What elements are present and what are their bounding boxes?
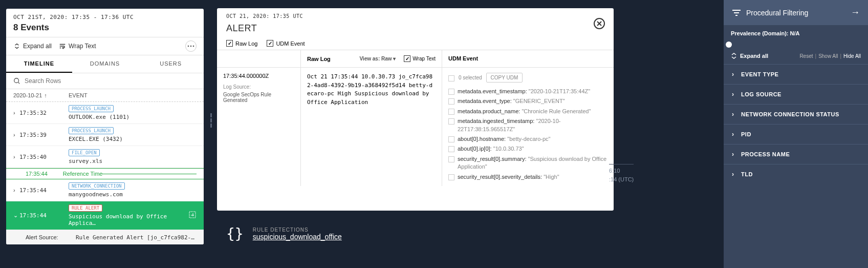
close-button[interactable] xyxy=(593,17,605,30)
events-count: 8 Events xyxy=(13,23,197,33)
show-all-link[interactable]: Show All xyxy=(818,53,838,59)
udm-field-row: about[0].ip[0]: "10.0.30.73" xyxy=(448,145,607,153)
filter-category[interactable]: ›TLD xyxy=(724,164,868,184)
svg-point-1 xyxy=(190,46,192,47)
udm-checkbox[interactable] xyxy=(448,89,454,95)
search-input[interactable] xyxy=(25,77,197,85)
chevron-down-icon: ⌄ xyxy=(13,212,19,219)
event-tag: PROCESS_LAUNCH xyxy=(69,127,114,134)
svg-point-3 xyxy=(14,78,19,83)
udm-checkbox[interactable] xyxy=(448,118,454,125)
date-column-header[interactable]: 2020-10-21 ↑ xyxy=(13,92,69,98)
chevron-right-icon: › xyxy=(13,132,19,138)
prevalence-slider[interactable] xyxy=(726,42,732,48)
search-icon xyxy=(13,77,20,85)
reset-link[interactable]: Reset xyxy=(799,53,813,59)
tab-users[interactable]: USERS xyxy=(138,55,204,73)
rule-name-link[interactable]: suspicious_download_office xyxy=(253,233,342,241)
select-all-checkbox[interactable] xyxy=(448,75,454,81)
collapse-arrow-icon[interactable]: → xyxy=(851,7,860,18)
brace-icon: {} xyxy=(226,225,244,242)
chevron-right-icon: › xyxy=(13,154,19,160)
wrap-text-button[interactable]: Wrap Text xyxy=(59,43,96,50)
expand-all-filters-button[interactable]: Expand all xyxy=(731,53,768,59)
udm-field-row: about[0].hostname: "betty-decaro-pc" xyxy=(448,135,607,143)
udm-checkbox[interactable] xyxy=(448,156,454,162)
raw-log-content: Oct 21 17:35:44 10.0.30.73 jo_c7fca982-4… xyxy=(301,68,442,186)
udm-checkbox[interactable] xyxy=(448,146,454,152)
rawlog-header: Raw Log xyxy=(307,56,331,62)
udm-field-row: security_result[0].summary: "Suspicious … xyxy=(448,155,607,171)
resize-handle[interactable] xyxy=(208,108,213,133)
udm-field-row: metadata.event_timestamp: "2020-10-21T17… xyxy=(448,88,607,95)
filter-category[interactable]: ›NETWORK CONNECTION STATUS xyxy=(724,104,868,124)
rawlog-checkbox[interactable]: Raw Log xyxy=(226,40,257,47)
event-row[interactable]: › 17:35:40 FILE_OPEN survey.xls xyxy=(6,146,204,168)
wrap-text-checkbox[interactable]: Wrap Text xyxy=(404,55,436,62)
events-panel: OCT 21ST, 2020: 17:35 - 17:36 UTC 8 Even… xyxy=(6,9,204,244)
alert-view-toggles: Raw Log UDM Event xyxy=(217,37,614,50)
filter-panel: Procedural Filtering → Prevalence (Domai… xyxy=(724,0,868,268)
wrap-icon xyxy=(59,43,66,50)
udm-checkbox[interactable]: UDM Event xyxy=(267,40,305,47)
filter-category[interactable]: ›PROCESS NAME xyxy=(724,144,868,164)
events-toolbar: Expand all Wrap Text xyxy=(6,37,204,55)
udm-checkbox[interactable] xyxy=(448,174,454,180)
expand-icon xyxy=(13,43,20,50)
tab-domains[interactable]: DOMAINS xyxy=(72,55,138,73)
udm-checkbox[interactable] xyxy=(448,109,454,115)
rule-label: RULE DETECTIONS xyxy=(253,227,342,233)
expand-icon xyxy=(731,53,737,59)
filter-category[interactable]: ›EVENT TYPE xyxy=(724,64,868,84)
more-options-button[interactable] xyxy=(185,40,197,52)
log-source: Google SecOps Rule Generated xyxy=(223,92,294,103)
alert-panel: OCT 21, 2020: 17:35 UTC ALERT Raw Log UD… xyxy=(217,8,614,211)
event-column-header: EVENT xyxy=(69,92,197,98)
chevron-right-icon: › xyxy=(13,110,19,116)
event-row-alert[interactable]: ⌄ 17:35:44 RULE ALERT Suspicious downloa… xyxy=(6,201,204,230)
udm-field-row: metadata.event_type: "GENERIC_EVENT" xyxy=(448,97,607,105)
chevron-right-icon: › xyxy=(732,171,737,178)
copy-udm-button[interactable]: COPY UDM xyxy=(486,73,523,83)
timeline-label: 6:10 :14 (UTC) xyxy=(609,164,634,183)
chevron-right-icon: › xyxy=(732,91,737,98)
selected-count: 0 selected xyxy=(459,75,482,80)
hide-all-link[interactable]: Hide All xyxy=(843,53,861,59)
sort-arrow-icon: ↑ xyxy=(44,92,47,98)
rule-detections-section: {} RULE DETECTIONS suspicious_download_o… xyxy=(226,225,342,242)
alert-title: ALERT xyxy=(226,23,604,34)
filter-category[interactable]: ›LOG SOURCE xyxy=(724,84,868,104)
pin-icon[interactable] xyxy=(188,211,197,220)
view-as-dropdown[interactable]: View as: Raw ▾ xyxy=(359,56,396,61)
udm-checkbox[interactable] xyxy=(448,98,454,105)
filter-header: Procedural Filtering → xyxy=(724,0,868,25)
events-header: OCT 21ST, 2020: 17:35 - 17:36 UTC 8 Even… xyxy=(6,9,204,37)
udm-header: UDM Event xyxy=(442,50,614,67)
event-row[interactable]: › 17:35:32 PROCESS_LAUNCH OUTLOOK.exe (1… xyxy=(6,102,204,124)
tab-timeline[interactable]: TIMELINE xyxy=(6,55,72,73)
reference-time-row: 17:35:44 Reference Time xyxy=(6,168,204,179)
alert-date: OCT 21, 2020: 17:35 UTC xyxy=(226,13,604,19)
events-tabs: TIMELINE DOMAINS USERS xyxy=(6,55,204,73)
event-tag: PROCESS_LAUNCH xyxy=(69,105,114,112)
filter-category[interactable]: ›PID xyxy=(724,124,868,144)
chevron-right-icon: › xyxy=(732,131,737,138)
udm-field-row: security_result[0].severity_details: "Hi… xyxy=(448,173,607,181)
event-row-network[interactable]: › 17:35:44 NETWORK_CONNECTION manygoodne… xyxy=(6,179,204,201)
expand-all-button[interactable]: Expand all xyxy=(13,43,52,50)
udm-checkbox[interactable] xyxy=(448,136,454,142)
svg-point-0 xyxy=(188,46,189,47)
event-tag: FILE_OPEN xyxy=(69,149,100,156)
chevron-right-icon: › xyxy=(732,71,737,78)
alert-timestamp: 17:35:44.000000Z xyxy=(223,73,294,79)
events-date-range: OCT 21ST, 2020: 17:35 - 17:36 UTC xyxy=(13,14,197,20)
chevron-right-icon: › xyxy=(732,151,737,158)
column-headers: 2020-10-21 ↑ EVENT xyxy=(6,89,204,102)
search-row xyxy=(6,73,204,89)
udm-field-row: metadata.product_name: "Chronicle Rule G… xyxy=(448,108,607,115)
event-row[interactable]: › 17:35:39 PROCESS_LAUNCH EXCEL.EXE (343… xyxy=(6,124,204,146)
chevron-right-icon: › xyxy=(732,111,737,118)
svg-point-2 xyxy=(193,46,194,47)
event-tag: NETWORK_CONNECTION xyxy=(69,182,125,190)
alert-details: Alert Source: Rule Generated Alert [jo_c… xyxy=(6,230,204,244)
